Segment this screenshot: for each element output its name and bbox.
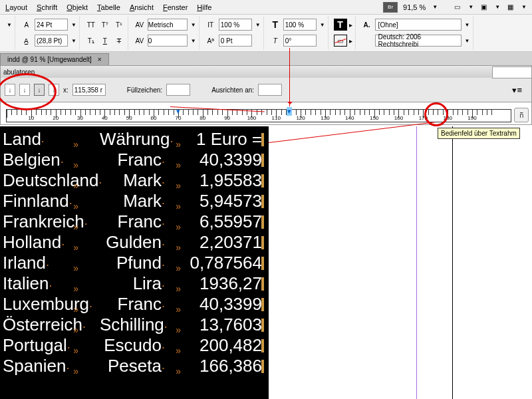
document-tab[interactable]: indd @ 91 % [Umgewandelt] × [0,53,109,65]
table-row: Luxemburg·»Franc·»40,3399 [3,294,269,315]
table-row: Finnland·»Mark·»5,94573 [3,191,269,211]
tab-align-left-icon[interactable]: ↓ [5,84,15,96]
baseline-input[interactable] [219,35,252,47]
table-row: Irland·»Pfund·»0,787564 [3,253,269,273]
font-size-input[interactable] [35,19,68,31]
skew-input[interactable] [283,35,317,47]
hscale-input[interactable] [283,19,317,31]
lang-icon [361,35,373,47]
tracking-icon: AV [134,35,146,47]
menu-tabelle[interactable]: Tabelle [97,3,120,11]
align-input[interactable] [258,84,282,96]
hscale-icon: T [269,19,281,31]
x-input[interactable] [72,84,106,96]
allcaps-icon[interactable]: TT [85,19,97,31]
document-tab-bar: indd @ 91 % [Umgewandelt] × [0,52,532,65]
font-size-icon: A [21,19,33,31]
panel-menu-icon[interactable]: ▾≡ [512,85,527,95]
margin-guide [416,126,417,399]
char-style-select[interactable]: [Ohne] [375,19,462,31]
text-frame[interactable]: Land·»Währung·»1 Euro =Belgien·»Franc·»4… [0,126,269,399]
fill-input[interactable] [166,84,190,96]
menu-layout[interactable]: Layout [5,3,27,11]
bridge-icon[interactable]: Br [383,2,398,13]
charstyle-icon: A. [361,19,373,31]
superscript-icon[interactable]: T¹ [113,19,125,31]
kerning-input[interactable] [148,19,188,31]
strikethrough-icon[interactable]: T̶ [113,35,125,47]
annotation-arrow [289,48,290,106]
table-row: Portugal·»Escudo·»200,482 [3,335,269,356]
document-ruler-horizontal [492,66,532,78]
stroke-icon[interactable]: ▭ [334,35,347,47]
menu-schrift[interactable]: Schrift [37,3,57,11]
baseline-icon: Aª [205,35,217,47]
table-row: Belgien·»Franc·»40,3399 [3,150,269,170]
x-label: x: [63,86,68,94]
subscript-icon[interactable]: T₁ [85,35,97,47]
kerning-icon: AV [134,19,146,31]
vscale-input[interactable] [219,19,252,31]
table-row: Österreich·»Schilling·»13,7603 [3,315,269,335]
menu-objekt[interactable]: Objekt [66,3,88,11]
table-row: Deutschland·»Mark·»1,95583 [3,170,269,191]
table-row: Holland·»Gulden·»2,20371 [3,232,269,253]
leading-icon: A̲ [21,35,33,47]
menubar: Layout Schrift Objekt Tabelle Ansicht Fe… [0,0,532,15]
tab-align-center-icon[interactable]: ↓ [19,84,30,96]
tab-title: indd @ 91 % [Umgewandelt] [7,56,92,63]
table-row: Land·»Währung·»1 Euro = [3,129,269,150]
control-panel: ▼ A ▼ A̲ ▼ TT Tᵀ T¹ T₁ T T̶ AV ▼ AV ▼ [0,15,532,52]
zoom-dropdown-icon[interactable]: ▼ [432,4,438,10]
underline-icon[interactable]: T [99,35,111,47]
close-tab-icon[interactable]: × [98,56,102,63]
view-mode-icon[interactable]: ▭ [451,1,463,13]
table-row: Spanien·»Peseta·»166,386 [3,356,269,376]
leading-input[interactable] [35,35,68,47]
language-select[interactable]: Deutsch: 2006 Rechtschreibi [375,35,462,47]
menu-fenster[interactable]: Fenster [163,3,188,11]
tab-ruler[interactable]: 1020304050607080901001101201301401501601… [1,102,531,124]
menu-ansicht[interactable]: Ansicht [130,3,154,11]
zoom-value[interactable]: 91,5 % [402,3,427,11]
screen-mode-icon[interactable]: ▣ [477,1,489,13]
fill-label: Füllzeichen: [127,86,162,94]
arrange-icon[interactable]: ▦ [504,1,516,13]
table-row: Frankreich·»Franc·»6,55957 [3,211,269,232]
tabulator-panel: abulatoren × ↓ ↓ ↓ ↓ x: Füllzeichen: Aus… [0,65,532,125]
tab-align-right-icon[interactable]: ↓ [34,84,45,96]
tooltip: Bedienfeld über Textrahm [438,128,520,139]
smallcaps-icon[interactable]: Tᵀ [99,19,111,31]
snap-to-frame-icon[interactable]: ⩃ [514,108,529,122]
align-label: Ausrichten an: [211,86,254,94]
tracking-input[interactable] [148,35,188,47]
fill-icon[interactable]: T [334,19,347,31]
table-row: Italien·»Lira·»1936,27 [3,273,269,294]
skew-icon: T [269,35,281,47]
tab-align-decimal-icon[interactable]: ↓ [49,84,59,96]
menu-hilfe[interactable]: Hilfe [197,3,211,11]
panel-title: abulatoren [3,68,35,76]
vscale-icon: IT [205,19,217,31]
page-edge [452,126,453,399]
